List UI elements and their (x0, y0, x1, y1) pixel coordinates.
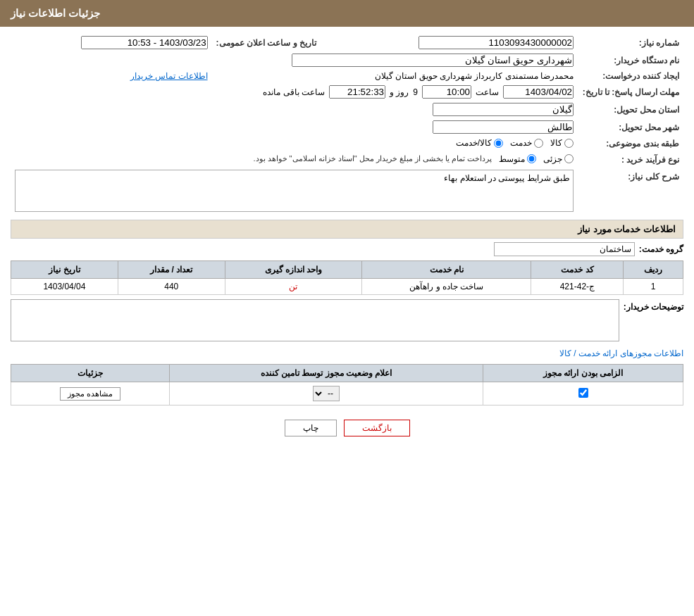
view-permit-button[interactable]: مشاهده مجوز (60, 387, 120, 401)
buyer-notes-row: توضیحات خریدار: (11, 299, 683, 341)
buyer-org-label: نام دستگاه خریدار: (578, 51, 683, 69)
city-input[interactable] (433, 120, 574, 134)
general-desc-table: شرح کلی نیاز: طبق شرایط پیوستی در استعلا… (11, 168, 683, 214)
province-label: استان محل تحویل: (578, 101, 683, 118)
radio-partial-label: جزئی (543, 154, 562, 164)
date-time-input[interactable] (81, 36, 208, 49)
service-section-title: اطلاعات خدمات مورد نیاز (11, 220, 683, 239)
permit-status-select[interactable]: -- (313, 386, 340, 401)
purchase-type-label: نوع فرآیند خرید : (578, 152, 683, 168)
permits-col-required: الزامی بودن ارائه مجوز (483, 365, 683, 382)
category-cell: کالا خدمت کالا/خدمت (11, 136, 578, 152)
radio-kala: کالا (550, 138, 574, 148)
buyer-notes-label: توضیحات خریدار: (624, 299, 683, 312)
col-service-code: کد خدمت (531, 261, 624, 279)
permits-col-status: اعلام وضعیت مجوز توسط تامین کننده (170, 365, 483, 382)
buyer-org-cell (11, 51, 578, 69)
group-input[interactable] (494, 242, 635, 256)
print-button[interactable]: چاپ (285, 420, 337, 436)
bottom-buttons: بازگشت چاپ (11, 420, 683, 436)
table-row: 1ج-42-421ساخت جاده و راهآهنتن4401403/04/… (11, 279, 683, 295)
reply-deadline-label: مهلت ارسال پاسخ: تا تاریخ: (578, 83, 683, 101)
main-content: شماره نیاز: تاریخ و ساعت اعلان عمومی: نا… (0, 27, 694, 458)
creator-cell: محمدرضا مستمندی کاربرداز شهرداری حویق اس… (212, 69, 578, 83)
creator-value: محمدرضا مستمندی کاربرداز شهرداری حویق اس… (375, 71, 574, 81)
page-header: جزئیات اطلاعات نیاز (0, 0, 694, 27)
page-wrapper: جزئیات اطلاعات نیاز شماره نیاز: تاریخ و … (0, 0, 694, 616)
reply-deadline-cell: ساعت 9 روز و ساعت باقی مانده (11, 83, 578, 101)
contact-link[interactable]: اطلاعات تماس خریدار (130, 71, 208, 81)
general-desc-value: طبق شرایط پیوستی در استعلام بهاء (444, 173, 570, 183)
group-label: گروه خدمت: (639, 244, 683, 254)
contact-link-cell: اطلاعات تماس خریدار (11, 69, 212, 83)
col-date: تاریخ نیاز (11, 261, 118, 279)
general-desc-box: طبق شرایط پیوستی در استعلام بهاء (15, 170, 574, 212)
info-table: شماره نیاز: تاریخ و ساعت اعلان عمومی: نا… (11, 34, 683, 168)
table-row: --مشاهده مجوز (11, 382, 683, 406)
radio-medium-input[interactable] (527, 154, 536, 163)
back-button[interactable]: بازگشت (344, 420, 410, 436)
purchase-type-cell: جزئی متوسط پرداخت تمام یا بخشی از مبلغ خ… (11, 152, 578, 168)
permit-required-checkbox[interactable] (578, 388, 588, 398)
radio-khedmat-input[interactable] (534, 139, 543, 148)
need-number-input[interactable] (419, 36, 574, 49)
radio-kala-label: کالا (550, 138, 562, 148)
buyer-org-input[interactable] (292, 54, 574, 67)
province-input[interactable] (433, 103, 574, 116)
permits-table: الزامی بودن ارائه مجوز اعلام وضعیت مجوز … (11, 364, 683, 406)
buyer-notes-textarea[interactable] (11, 299, 619, 341)
reply-date-input[interactable] (503, 85, 574, 99)
radio-kala-khedmat-label: کالا/خدمت (456, 138, 492, 148)
col-quantity: تعداد / مقدار (118, 261, 225, 279)
col-service-name: نام خدمت (362, 261, 531, 279)
page-title: جزئیات اطلاعات نیاز (11, 7, 100, 19)
creator-label: ایجاد کننده درخواست: (578, 69, 683, 83)
need-number-cell (335, 34, 578, 51)
radio-medium-label: متوسط (499, 154, 525, 164)
service-table: ردیف کد خدمت نام خدمت واحد اندازه گیری ت… (11, 260, 683, 295)
purchase-desc: پرداخت تمام یا بخشی از مبلغ خریدار محل "… (253, 154, 492, 163)
permits-col-detail: جزئیات (11, 365, 170, 382)
reply-time-input[interactable] (422, 85, 471, 99)
category-label: طبقه بندی موضوعی: (578, 136, 683, 152)
radio-kala-khedmat: کالا/خدمت (456, 138, 503, 148)
reply-remaining-input[interactable] (329, 85, 385, 99)
reply-day-label: روز و (390, 87, 409, 97)
radio-medium: متوسط (499, 154, 536, 164)
reply-remaining-label: ساعت باقی مانده (263, 87, 325, 97)
radio-khedmat-label: خدمت (510, 138, 532, 148)
radio-partial-input[interactable] (564, 154, 574, 163)
reply-time-label: ساعت (476, 87, 499, 97)
radio-partial: جزئی (543, 154, 574, 164)
date-time-label: تاریخ و ساعت اعلان عمومی: (212, 34, 321, 51)
city-label: شهر محل تحویل: (578, 118, 683, 136)
need-number-label: شماره نیاز: (578, 34, 683, 51)
group-row: گروه خدمت: (11, 242, 683, 256)
radio-kala-khedmat-input[interactable] (494, 139, 503, 148)
permits-section: اطلاعات مجوزهای ارائه خدمت / کالا الزامی… (11, 348, 683, 406)
radio-khedmat: خدمت (510, 138, 543, 148)
general-desc-cell: طبق شرایط پیوستی در استعلام بهاء (11, 168, 578, 214)
col-rownum: ردیف (624, 261, 683, 279)
province-cell (11, 101, 578, 118)
city-cell (11, 118, 578, 136)
date-time-cell (11, 34, 212, 51)
permits-link[interactable]: اطلاعات مجوزهای ارائه خدمت / کالا (559, 348, 683, 358)
reply-days-value: 9 (413, 87, 418, 97)
radio-kala-input[interactable] (564, 139, 574, 148)
col-unit: واحد اندازه گیری (225, 261, 361, 279)
general-desc-label: شرح کلی نیاز: (578, 168, 683, 214)
